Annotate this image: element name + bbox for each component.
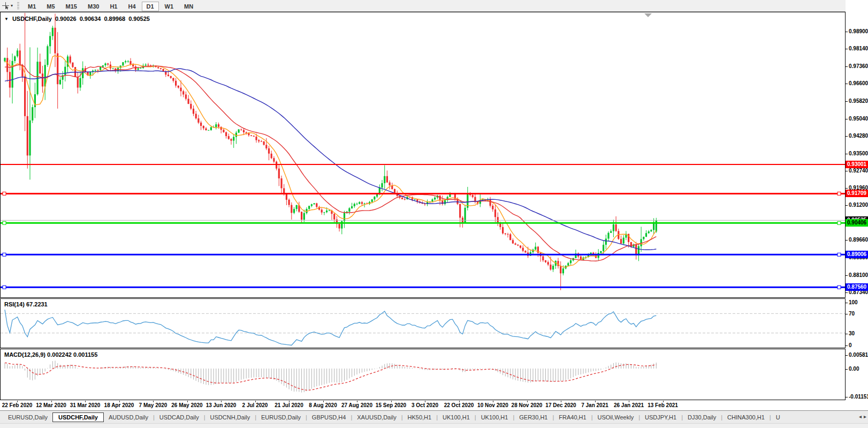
price-tick-0.98900: 0.98900 <box>846 28 868 35</box>
date-label: 28 Nov 2020 <box>512 402 543 408</box>
timeframe-button-h4[interactable]: H4 <box>123 2 140 11</box>
price-tick-0.93500: 0.93500 <box>846 150 868 157</box>
price-chart-pane[interactable]: ▼ USDCHF,Daily 0.90026 0.90634 0.89968 0… <box>0 12 846 298</box>
cursor-dropdown-arrow-icon[interactable]: ▾ <box>11 3 13 8</box>
chart-tab-usdchf-daily[interactable]: USDCHF,Daily <box>52 412 104 422</box>
chart-tab-hk50-h1[interactable]: HK50,H1 <box>403 412 437 422</box>
chart-tab-uk100-h1[interactable]: UK100,H1 <box>438 412 475 422</box>
timeframe-button-h1[interactable]: H1 <box>105 2 122 11</box>
timeframe-button-w1[interactable]: W1 <box>160 2 179 11</box>
timeframe-button-m30[interactable]: M30 <box>83 2 104 11</box>
rsi-label: RSI(14) 67.2231 <box>4 301 48 307</box>
chart-tab-audusd-daily[interactable]: AUDUSD,Daily <box>104 412 153 422</box>
macd-indicator-pane[interactable]: MACD(12,26,9) 0.002242 0.001155 <box>0 349 846 400</box>
rsi-tick-0: 0 <box>846 342 868 349</box>
date-label: 12 Mar 2020 <box>36 402 66 408</box>
chart-tab-eurusd-daily[interactable]: EURUSD,Daily <box>3 412 52 422</box>
horizontal-line-0.89006[interactable] <box>1 253 845 256</box>
macd-tick-0.00: 0.00 <box>846 365 868 372</box>
level-price-label-0.91709: 0.91709 <box>846 190 868 197</box>
ohlc-close: 0.90525 <box>128 16 150 22</box>
price-tick-0.89660: 0.89660 <box>846 236 868 243</box>
horizontal-line-0.87560[interactable] <box>1 286 845 289</box>
chart-tab-usdjpy-h1[interactable]: USDJPY,H1 <box>640 412 681 422</box>
timeframe-button-m5[interactable]: M5 <box>42 2 59 11</box>
price-axis[interactable]: 0.989000.981400.973600.966000.958200.950… <box>846 0 868 428</box>
date-label: 26 Jan 2021 <box>614 402 644 408</box>
price-tick-0.98140: 0.98140 <box>846 45 868 52</box>
rsi-indicator-pane[interactable]: RSI(14) 67.2231 <box>0 298 846 348</box>
tab-scroll-controls: ◂ ▸ <box>857 414 866 419</box>
chart-tab-xauusd-daily[interactable]: XAUUSD,Daily <box>352 412 401 422</box>
level-price-label-0.87560: 0.87560 <box>846 283 868 291</box>
price-tick-0.88100: 0.88100 <box>846 272 868 279</box>
toolbar-grip-handle[interactable] <box>17 2 19 10</box>
date-label: 31 Mar 2020 <box>70 402 101 408</box>
chart-tab-usdcnh-daily[interactable]: USDCNH,Daily <box>205 412 255 422</box>
price-tick-0.95040: 0.95040 <box>846 115 868 122</box>
chart-tab-gbpusd-h4[interactable]: GBPUSD,H4 <box>307 412 351 422</box>
price-tick-0.97360: 0.97360 <box>846 63 868 70</box>
price-tick-0.94280: 0.94280 <box>846 132 868 139</box>
date-label: 18 Apr 2020 <box>104 402 134 408</box>
chart-tab-usdcad-daily[interactable]: USDCAD,Daily <box>155 412 204 422</box>
chart-tab-eurusd-daily[interactable]: EURUSD,Daily <box>256 412 306 422</box>
date-label: 3 Oct 2020 <box>412 402 438 408</box>
rsi-plot[interactable] <box>1 299 845 348</box>
chart-tab-usoil-weekly[interactable]: USOil,Weekly <box>593 412 639 422</box>
horizontal-line-0.90406[interactable] <box>1 221 845 224</box>
ohlc-open: 0.90026 <box>55 16 77 22</box>
crosshair-cursor-icon[interactable] <box>2 2 10 10</box>
ohlc-high: 0.90634 <box>80 16 101 22</box>
price-tick-0.91200: 0.91200 <box>846 201 868 208</box>
chart-tab-china300-h1[interactable]: CHINA300,H1 <box>722 412 770 422</box>
date-axis[interactable]: 22 Feb 202012 Mar 202031 Mar 202018 Apr … <box>0 401 846 410</box>
level-price-label-0.93001: 0.93001 <box>846 161 868 168</box>
date-label: 8 Aug 2020 <box>309 402 337 408</box>
price-tick-0.96600: 0.96600 <box>846 80 868 87</box>
chart-tab-dj30-daily[interactable]: DJ30,Daily <box>683 412 721 422</box>
date-label: 22 Oct 2020 <box>444 402 474 408</box>
date-label: 26 May 2020 <box>171 402 202 408</box>
chart-symbol-timeframe: USDCHF,Daily <box>12 16 52 22</box>
date-label: 7 May 2020 <box>139 402 167 408</box>
tab-scroll-right-icon[interactable]: ▸ <box>864 414 866 419</box>
date-label: 13 Jun 2020 <box>206 402 237 408</box>
date-label: 17 Dec 2020 <box>545 402 576 408</box>
timeframe-button-m1[interactable]: M1 <box>23 2 41 11</box>
chart-tabs: EURUSD,DailyUSDCHF,DailyAUDUSD,Daily|USD… <box>3 412 785 422</box>
chart-title-collapse-icon[interactable]: ▼ <box>4 17 9 21</box>
chart-tab-fra40-h1[interactable]: FRA40,H1 <box>554 412 591 422</box>
timeframe-buttons: M1M5M15M30H1H4D1W1MN <box>22 1 199 11</box>
timeframe-toolbar: ▾ M1M5M15M30H1H4D1W1MN <box>0 0 868 12</box>
rsi-tick-30: 30 <box>846 330 868 337</box>
candlestick-chart[interactable] <box>1 12 845 297</box>
date-label: 2 Jul 2020 <box>242 402 268 408</box>
date-label: 27 Aug 2020 <box>341 402 372 408</box>
chart-tab-u[interactable]: U <box>771 412 785 422</box>
macd-label: MACD(12,26,9) 0.002242 0.001155 <box>4 351 97 358</box>
tab-scroll-left-icon[interactable]: ◂ <box>859 414 862 419</box>
date-label: 13 Feb 2021 <box>648 402 678 408</box>
macd-plot[interactable] <box>1 349 845 400</box>
chart-tab-uk100-h1[interactable]: UK100,H1 <box>476 412 513 422</box>
timeframe-button-mn[interactable]: MN <box>179 2 198 11</box>
chart-shift-marker[interactable] <box>644 13 652 17</box>
date-label: 21 Jul 2020 <box>275 402 303 408</box>
level-price-label-0.90406: 0.90406 <box>846 219 868 227</box>
timeframe-button-d1[interactable]: D1 <box>142 2 159 11</box>
trading-platform-window: ▾ M1M5M15M30H1H4D1W1MN ▼ USDCHF,Daily 0.… <box>0 0 868 428</box>
macd-tick-0.005818: 0.005818 <box>846 351 868 358</box>
price-tick-0.95820: 0.95820 <box>846 97 868 104</box>
status-strip <box>0 423 868 428</box>
rsi-tick-100: 100 <box>846 299 868 306</box>
chart-tab-ger30-h1[interactable]: GER30,H1 <box>514 412 552 422</box>
date-label: 7 Jan 2021 <box>581 402 608 408</box>
date-label: 15 Sep 2020 <box>376 402 406 408</box>
level-price-label-0.89006: 0.89006 <box>846 251 868 258</box>
date-label: 10 Nov 2020 <box>477 402 508 408</box>
date-label: 22 Feb 2020 <box>2 402 33 408</box>
timeframe-button-m15[interactable]: M15 <box>61 2 82 11</box>
chart-title: ▼ USDCHF,Daily 0.90026 0.90634 0.89968 0… <box>4 16 150 22</box>
rsi-tick-70: 70 <box>846 310 868 317</box>
